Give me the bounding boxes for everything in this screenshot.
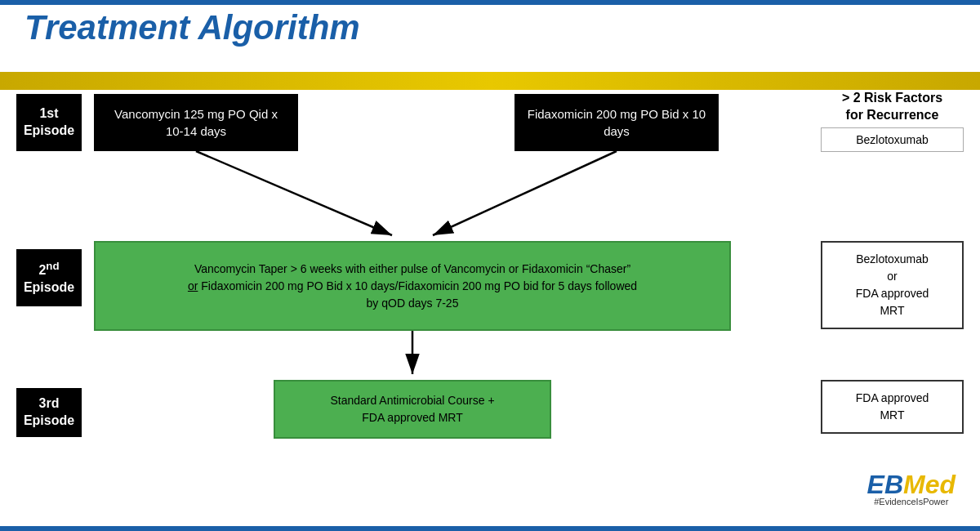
episode-1-label: 1st Episode [16,94,82,151]
slide: Treatment Algorithm 1st Episode 2ndEpiso… [0,0,980,531]
vancomycin-1st-box: Vancomycin 125 mg PO Qid x 10-14 days [94,94,298,151]
episode-2-label: 2ndEpisode [16,249,82,306]
side-box-3rd: FDA approved MRT [821,380,964,434]
episode-3-label: 3rd Episode [16,388,82,437]
ebmed-logo: EBMed #EvidenceIsPower [867,470,956,506]
yellow-bar [0,72,980,90]
side-box-2nd: Bezlotoxumab or FDA approved MRT [821,241,964,329]
eb-text: EB [867,470,903,499]
or-underline: or [188,279,198,292]
svg-line-1 [196,151,392,235]
bezlotoxumab-label: Bezlotoxumab [821,127,964,152]
svg-line-2 [433,151,617,235]
page-title: Treatment Algorithm [24,8,360,47]
fidaxomicin-1st-box: Fidaxomicin 200 mg PO Bid x 10 days [514,94,719,151]
bottom-accent-bar [0,526,980,531]
med-text: Med [903,470,956,499]
green-3rd-box: Standard Antimicrobial Course +FDA appro… [274,380,551,439]
risk-factor-title: > 2 Risk Factorsfor Recurrence [821,90,964,124]
green-2nd-box: Vancomycin Taper > 6 weeks with either p… [94,241,731,331]
title-area: Treatment Algorithm [24,8,360,47]
risk-factor-section: > 2 Risk Factorsfor Recurrence Bezlotoxu… [821,90,964,152]
hashtag-text: #EvidenceIsPower [867,497,956,506]
top-accent-bar [0,0,980,5]
ebmed-brand: EBMed [867,470,956,500]
